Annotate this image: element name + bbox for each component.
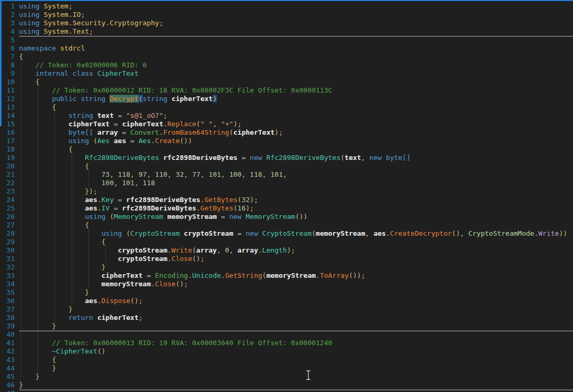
code-text: } <box>19 373 39 381</box>
code-line[interactable]: 42 ~CipherText() <box>0 347 573 356</box>
code-text: { <box>19 221 89 229</box>
code-text: using (Aes aes = Aes.Create()) <box>19 137 192 145</box>
code-line[interactable]: 24 aes.Key = rfc2898DeriveBytes.GetBytes… <box>0 196 573 204</box>
line-number: 47 <box>0 389 15 392</box>
line-number: 26 <box>0 213 15 221</box>
highlighted-token-decrypt: Decrypt <box>110 95 139 103</box>
matched-brace: ) <box>213 95 217 103</box>
code-text: Rfc2898DeriveBytes rfc2898DeriveBytes = … <box>19 154 411 162</box>
code-line[interactable]: 19 Rfc2898DeriveBytes rfc2898DeriveBytes… <box>0 154 573 162</box>
code-line[interactable]: 8 // Token: 0x02000006 RID: 6 <box>0 61 573 69</box>
code-line[interactable]: 41 // Token: 0x06000013 RID: 19 RVA: 0x0… <box>0 339 573 347</box>
line-number: 12 <box>0 95 15 103</box>
code-text: } <box>19 263 105 272</box>
code-line[interactable]: 4using System.Text; <box>0 27 573 36</box>
code-editor[interactable]: 1using System;2using System.IO;3using Sy… <box>0 0 573 392</box>
line-number: 11 <box>0 86 15 95</box>
code-line[interactable]: 43 { <box>0 356 573 364</box>
line-number: 5 <box>0 36 15 44</box>
code-line[interactable]: 2using System.IO; <box>0 11 573 19</box>
line-number: 16 <box>0 128 15 137</box>
code-line[interactable]: 28 using (CryptoStream cryptoStream = ne… <box>0 229 573 238</box>
code-line[interactable]: 46} <box>0 381 573 389</box>
code-line[interactable]: 44 } <box>0 364 573 373</box>
code-text: cipherText = Encoding.Unicode.GetString(… <box>19 272 365 280</box>
line-number: 2 <box>0 11 15 19</box>
code-line[interactable]: 14 string text = "s@1_oO7"; <box>0 112 573 120</box>
code-line[interactable]: 13 { <box>0 103 573 112</box>
code-line[interactable]: 39 } <box>0 322 573 330</box>
code-text: cipherText = cipherText.Replace(" ", "+"… <box>19 120 242 128</box>
code-line[interactable]: 40 <box>0 330 573 339</box>
code-line[interactable]: 35 } <box>0 288 573 297</box>
code-text: public string Decrypt(string cipherText) <box>19 95 217 103</box>
code-line[interactable]: 18 { <box>0 145 573 154</box>
code-line[interactable]: 11 // Token: 0x06000012 RID: 18 RVA: 0x0… <box>0 86 573 95</box>
line-number: 20 <box>0 162 15 170</box>
window-top-accent-border <box>0 0 573 1</box>
code-text: memoryStream.Close(); <box>19 280 188 288</box>
code-text: }); <box>19 187 97 196</box>
code-text: { <box>19 356 56 364</box>
line-number: 30 <box>0 246 15 255</box>
line-number: 36 <box>0 297 15 305</box>
code-line[interactable]: 23 }); <box>0 187 573 196</box>
code-line[interactable]: 22 100, 101, 118 <box>0 179 573 187</box>
code-line[interactable]: 37 } <box>0 305 573 314</box>
code-line[interactable]: 16 byte[] array = Convert.FromBase64Stri… <box>0 128 573 137</box>
code-line[interactable]: 7{ <box>0 53 573 61</box>
code-line[interactable]: 38 return cipherText; <box>0 314 573 322</box>
line-number: 3 <box>0 19 15 27</box>
code-line[interactable]: 32 } <box>0 263 573 272</box>
line-number: 45 <box>0 373 15 381</box>
line-number: 6 <box>0 44 15 53</box>
code-line[interactable]: 36 aes.Dispose(); <box>0 297 573 305</box>
code-line[interactable]: 9 internal class CipherText <box>0 69 573 78</box>
line-number: 40 <box>0 330 15 339</box>
code-text: { <box>19 78 39 86</box>
line-number: 38 <box>0 314 15 322</box>
code-text: } <box>19 288 89 297</box>
code-line[interactable]: 31 cryptoStream.Close(); <box>0 255 573 263</box>
code-text: ~CipherText() <box>19 347 105 356</box>
code-line[interactable]: 45 } <box>0 373 573 381</box>
code-line[interactable]: 25 aes.IV = rfc2898DeriveBytes.GetBytes(… <box>0 204 573 213</box>
code-line[interactable]: 3using System.Security.Cryptography; <box>0 19 573 27</box>
code-line[interactable]: 21 73, 118, 97, 110, 32, 77, 101, 100, 1… <box>0 170 573 179</box>
code-line[interactable]: 15 cipherText = cipherText.Replace(" ", … <box>0 120 573 128</box>
code-line[interactable]: 1using System; <box>0 2 573 11</box>
code-line[interactable]: 26 using (MemoryStream memoryStream = ne… <box>0 213 573 221</box>
code-text: return cipherText; <box>19 314 143 322</box>
line-number: 1 <box>0 2 15 11</box>
code-line[interactable]: 12 public string Decrypt(string cipherTe… <box>0 95 573 103</box>
line-number: 15 <box>0 120 15 128</box>
code-text: } <box>19 364 56 373</box>
code-line[interactable]: 33 cipherText = Encoding.Unicode.GetStri… <box>0 272 573 280</box>
code-line[interactable]: 5 <box>0 36 573 44</box>
code-line[interactable]: 27 { <box>0 221 573 229</box>
line-number: 44 <box>0 364 15 373</box>
code-line[interactable]: 10 { <box>0 78 573 86</box>
code-text: cryptoStream.Close(); <box>19 255 204 263</box>
line-number: 9 <box>0 69 15 78</box>
code-line[interactable]: 34 memoryStream.Close(); <box>0 280 573 288</box>
matched-brace: ( <box>139 95 143 103</box>
code-line[interactable]: 20 { <box>0 162 573 170</box>
code-line[interactable]: 6namespace stdrcl <box>0 44 573 53</box>
code-text: string text = "s@1_oO7"; <box>19 112 167 120</box>
code-line[interactable]: 29 { <box>0 238 573 246</box>
line-number: 23 <box>0 187 15 196</box>
line-number: 19 <box>0 154 15 162</box>
line-number: 42 <box>0 347 15 356</box>
line-number: 18 <box>0 145 15 154</box>
code-line[interactable]: 17 using (Aes aes = Aes.Create()) <box>0 137 573 145</box>
code-text: using (CryptoStream cryptoStream = new C… <box>19 229 567 238</box>
line-number: 27 <box>0 221 15 229</box>
code-text: { <box>19 145 73 154</box>
code-line[interactable]: 30 cryptoStream.Write(array, 0, array.Le… <box>0 246 573 255</box>
line-number: 31 <box>0 255 15 263</box>
code-text: } <box>19 381 23 389</box>
code-text: byte[] array = Convert.FromBase64String(… <box>19 128 283 137</box>
code-text: 73, 118, 97, 110, 32, 77, 101, 100, 118,… <box>19 170 287 179</box>
code-text: using System.IO; <box>19 11 85 19</box>
